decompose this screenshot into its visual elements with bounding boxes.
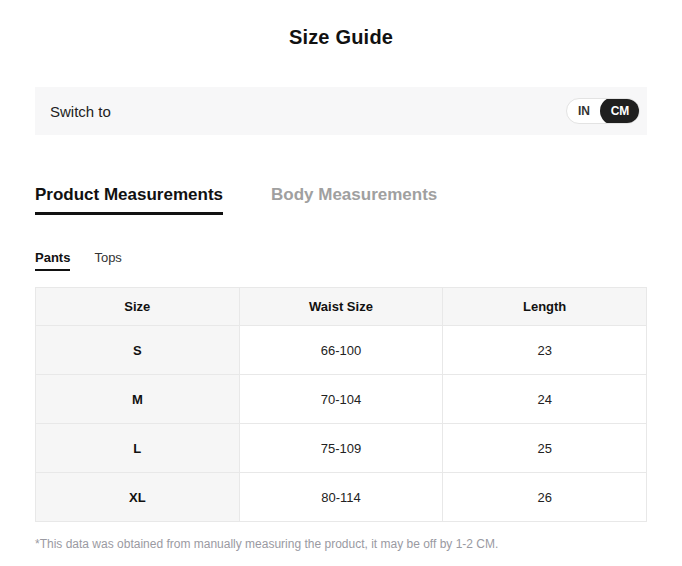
switch-to-label: Switch to bbox=[50, 103, 111, 120]
length-cell: 25 bbox=[443, 424, 647, 473]
unit-option-cm[interactable]: CM bbox=[600, 98, 640, 124]
table-row: S 66-100 23 bbox=[36, 326, 647, 375]
measurement-tabs: Product Measurements Body Measurements bbox=[35, 185, 647, 215]
subtab-pants[interactable]: Pants bbox=[35, 250, 70, 271]
length-cell: 23 bbox=[443, 326, 647, 375]
size-table: Size Waist Size Length S 66-100 23 M 70-… bbox=[35, 287, 647, 522]
measurement-disclaimer: *This data was obtained from manually me… bbox=[35, 537, 647, 551]
tab-product-measurements[interactable]: Product Measurements bbox=[35, 185, 223, 215]
page-title: Size Guide bbox=[35, 0, 647, 49]
waist-cell: 70-104 bbox=[239, 375, 443, 424]
table-header-row: Size Waist Size Length bbox=[36, 288, 647, 326]
waist-cell: 66-100 bbox=[239, 326, 443, 375]
waist-cell: 75-109 bbox=[239, 424, 443, 473]
subtab-tops[interactable]: Tops bbox=[94, 250, 121, 271]
size-cell: S bbox=[36, 326, 240, 375]
table-row: M 70-104 24 bbox=[36, 375, 647, 424]
size-guide-panel: Size Guide Switch to IN CM Product Measu… bbox=[0, 0, 682, 566]
size-cell: L bbox=[36, 424, 240, 473]
tab-body-measurements[interactable]: Body Measurements bbox=[271, 185, 437, 215]
unit-switch-bar: Switch to IN CM bbox=[35, 87, 647, 135]
column-header-waist: Waist Size bbox=[239, 288, 443, 326]
category-subtabs: Pants Tops bbox=[35, 250, 647, 271]
table-row: XL 80-114 26 bbox=[36, 473, 647, 522]
waist-cell: 80-114 bbox=[239, 473, 443, 522]
unit-toggle[interactable]: IN CM bbox=[566, 98, 640, 124]
length-cell: 24 bbox=[443, 375, 647, 424]
unit-option-in[interactable]: IN bbox=[567, 98, 601, 124]
length-cell: 26 bbox=[443, 473, 647, 522]
size-cell: M bbox=[36, 375, 240, 424]
column-header-size: Size bbox=[36, 288, 240, 326]
size-cell: XL bbox=[36, 473, 240, 522]
column-header-length: Length bbox=[443, 288, 647, 326]
table-row: L 75-109 25 bbox=[36, 424, 647, 473]
